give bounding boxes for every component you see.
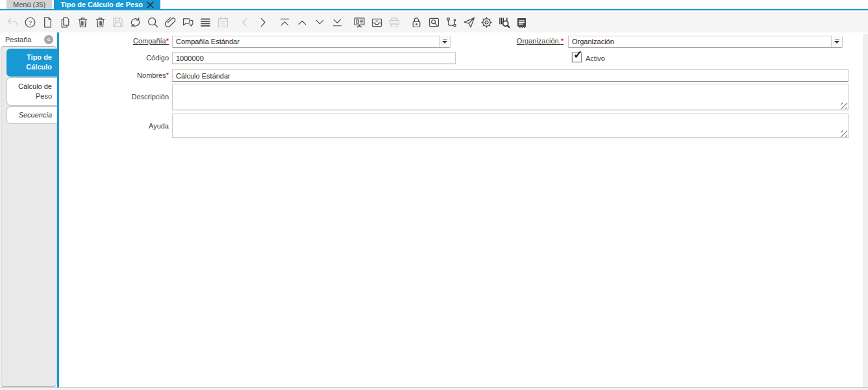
help-label: Ayuda bbox=[65, 122, 169, 130]
close-icon[interactable] bbox=[147, 1, 154, 8]
dropdown-button[interactable] bbox=[439, 36, 450, 47]
delete-selection-icon[interactable] bbox=[92, 14, 109, 30]
sidebar-tab-calculo-de-peso[interactable]: Cálculo de Peso bbox=[6, 77, 57, 106]
workflow-icon[interactable] bbox=[443, 14, 460, 30]
find-icon[interactable] bbox=[144, 14, 162, 30]
parent-record-icon bbox=[236, 14, 254, 30]
bottom-border bbox=[0, 387, 868, 390]
svg-text:31: 31 bbox=[221, 22, 225, 26]
names-input[interactable] bbox=[172, 69, 849, 82]
code-label: Código bbox=[65, 54, 169, 62]
checkmark-icon: ✓ bbox=[573, 49, 582, 60]
scrollbar-gutter bbox=[863, 34, 868, 387]
calendar-icon: 31 bbox=[214, 14, 232, 30]
tab-menu-label: Menú (35) bbox=[13, 1, 45, 8]
collapse-sidebar-button[interactable]: « bbox=[44, 35, 53, 44]
new-record-icon[interactable] bbox=[39, 14, 56, 30]
detail-record-icon[interactable] bbox=[254, 14, 271, 30]
sidebar-title: Pestaña bbox=[0, 36, 44, 43]
help-textarea[interactable] bbox=[172, 114, 849, 138]
window-tab-bar: Menú (35) Tipo de Cálculo de Peso bbox=[0, 0, 868, 10]
first-record-icon[interactable] bbox=[276, 14, 293, 30]
save-icon bbox=[109, 14, 127, 30]
undo-icon bbox=[4, 14, 21, 30]
dropdown-button[interactable] bbox=[831, 36, 842, 47]
names-label: Nombres* bbox=[65, 71, 169, 79]
chat-icon[interactable] bbox=[179, 14, 197, 30]
sidebar-tab-label: Secuencia bbox=[19, 111, 52, 119]
previous-record-icon[interactable] bbox=[293, 14, 311, 30]
private-record-lock-icon[interactable] bbox=[408, 14, 425, 30]
archive-icon[interactable] bbox=[368, 14, 386, 30]
sidebar-tab-secuencia[interactable]: Secuencia bbox=[6, 106, 57, 124]
tab-label: Tipo de Cálculo de Peso bbox=[60, 1, 143, 8]
report-icon[interactable] bbox=[513, 14, 530, 30]
request-icon[interactable] bbox=[460, 14, 478, 30]
tab-tipo-de-calculo-de-peso[interactable]: Tipo de Cálculo de Peso bbox=[54, 0, 160, 9]
resize-grip[interactable] bbox=[841, 103, 847, 109]
resize-grip[interactable] bbox=[841, 130, 847, 137]
organization-label[interactable]: Organización.* bbox=[460, 37, 564, 45]
help-icon[interactable]: ? bbox=[21, 14, 39, 30]
delete-record-icon[interactable] bbox=[74, 14, 92, 30]
next-record-icon[interactable] bbox=[311, 14, 329, 30]
toolbar: ?31 bbox=[0, 12, 868, 32]
copy-record-icon[interactable] bbox=[56, 14, 74, 30]
tab-menu[interactable]: Menú (35) bbox=[6, 0, 52, 9]
company-combobox[interactable] bbox=[172, 35, 451, 47]
required-asterisk: * bbox=[561, 37, 564, 45]
sidebar-tab-label: Cálculo de Peso bbox=[18, 82, 52, 100]
refresh-icon[interactable] bbox=[127, 14, 144, 30]
company-input[interactable] bbox=[172, 36, 451, 48]
code-input[interactable] bbox=[172, 52, 456, 64]
print-icon bbox=[386, 14, 403, 30]
description-label: Descripción bbox=[65, 93, 169, 101]
active-label: Activo bbox=[586, 55, 605, 62]
required-asterisk: * bbox=[166, 37, 169, 45]
product-info-icon[interactable] bbox=[495, 14, 513, 30]
zoom-across-icon[interactable] bbox=[425, 14, 443, 30]
active-checkbox[interactable]: ✓ bbox=[572, 53, 582, 62]
required-asterisk: * bbox=[166, 71, 169, 79]
preference-icon[interactable] bbox=[478, 14, 495, 30]
last-record-icon[interactable] bbox=[329, 14, 346, 30]
performance-icon[interactable] bbox=[351, 14, 368, 30]
sidebar-header: Pestaña « bbox=[0, 32, 57, 46]
grid-toggle-icon[interactable] bbox=[197, 14, 214, 30]
svg-text:?: ? bbox=[29, 19, 32, 26]
attachment-icon[interactable] bbox=[162, 14, 179, 30]
sidebar-tab-label: Tipo de Cálculo bbox=[26, 53, 52, 71]
company-label[interactable]: Compañía* bbox=[65, 37, 169, 45]
organization-input[interactable] bbox=[568, 36, 843, 48]
organization-combobox[interactable] bbox=[568, 35, 843, 47]
description-textarea[interactable] bbox=[172, 84, 849, 110]
sidebar-tab-tipo-de-calculo[interactable]: Tipo de Cálculo bbox=[6, 49, 57, 77]
